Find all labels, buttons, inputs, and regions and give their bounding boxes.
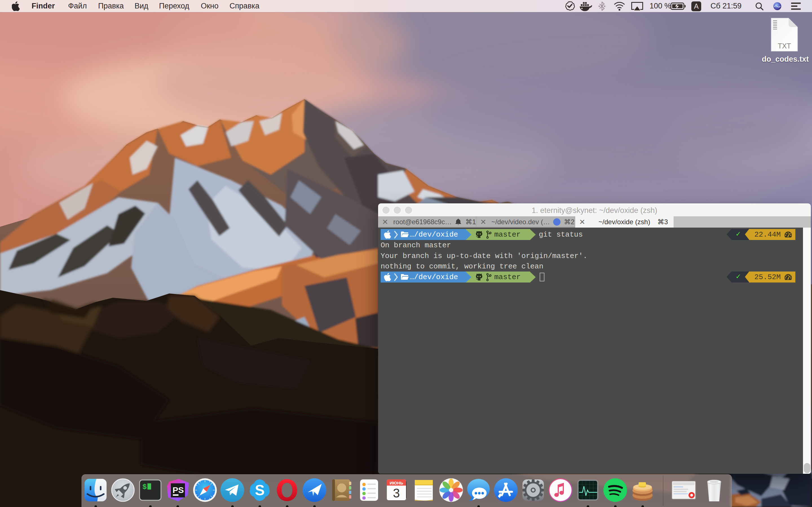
svg-text:S: S xyxy=(255,482,265,498)
svg-text:PS: PS xyxy=(172,485,184,495)
svg-text:3: 3 xyxy=(393,486,400,500)
svg-text:$: $ xyxy=(142,483,147,491)
svg-text:TXT: TXT xyxy=(777,42,791,50)
svg-text:ИЮНЬ: ИЮНЬ xyxy=(390,481,403,485)
